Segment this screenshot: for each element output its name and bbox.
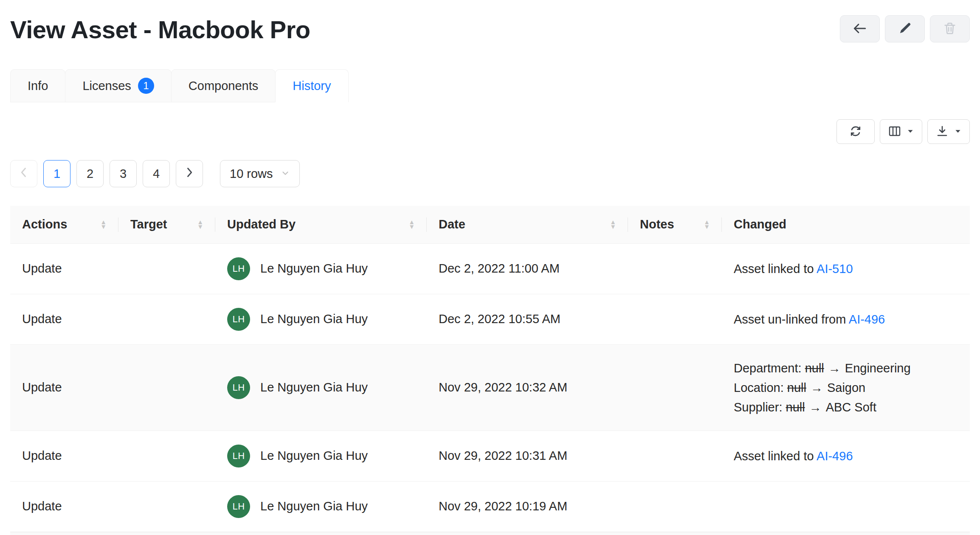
- avatar: LH: [227, 376, 250, 399]
- user-name: Le Nguyen Gia Huy: [260, 312, 368, 326]
- sort-icons[interactable]: ▲▼: [100, 220, 107, 229]
- change-arrow-icon: →: [811, 381, 823, 394]
- column-header-updated-by[interactable]: Updated By ▲▼: [215, 206, 427, 243]
- cell-date: Dec 2, 2022 11:00 AM: [427, 243, 628, 294]
- chevron-left-icon: [20, 167, 28, 181]
- cell-date: Nov 29, 2022 10:19 AM: [427, 481, 628, 532]
- sort-icons[interactable]: ▲▼: [408, 220, 415, 229]
- column-header-label: Changed: [734, 217, 786, 231]
- cell-date: Nov 29, 2022 10:31 AM: [427, 431, 628, 481]
- rows-per-page-value: 10 rows: [230, 167, 273, 181]
- table-toolbar: [10, 119, 970, 144]
- cell-target: [118, 431, 215, 481]
- cell-target: [118, 481, 215, 532]
- table-header-row: Actions ▲▼ Target ▲▼ Updated By ▲▼ Date …: [10, 206, 970, 243]
- column-header-label: Notes: [640, 217, 674, 231]
- table-columns-icon: [888, 124, 901, 139]
- pencil-icon: [898, 21, 912, 37]
- export-button[interactable]: [927, 119, 970, 144]
- pagination: 1 2 3 4 10 rows: [10, 160, 970, 187]
- cell-action: Update: [10, 243, 118, 294]
- avatar: LH: [227, 308, 250, 331]
- cell-action: Update: [10, 431, 118, 481]
- refresh-icon: [849, 124, 862, 139]
- cell-notes: [628, 294, 722, 344]
- cell-date: Nov 29, 2022 10:32 AM: [427, 344, 628, 431]
- history-table-wrap: Actions ▲▼ Target ▲▼ Updated By ▲▼ Date …: [10, 206, 970, 535]
- sort-icons[interactable]: ▲▼: [704, 220, 710, 229]
- sort-icons[interactable]: ▲▼: [610, 220, 616, 229]
- pagination-page-button[interactable]: 1: [43, 160, 70, 187]
- avatar: LH: [227, 445, 250, 467]
- pagination-pages: 1 2 3 4: [43, 160, 170, 187]
- change-arrow-icon: →: [828, 361, 841, 375]
- column-header-label: Actions: [22, 217, 67, 231]
- page-header: View Asset - Macbook Pro: [10, 12, 970, 44]
- pagination-page-button[interactable]: 3: [110, 160, 137, 187]
- tab-label: Info: [28, 79, 48, 93]
- sort-down-icon: ▼: [197, 225, 203, 229]
- tab-label: Components: [189, 79, 258, 93]
- delete-button[interactable]: [930, 15, 970, 42]
- cell-action: Update: [10, 481, 118, 532]
- pagination-page-button[interactable]: 2: [76, 160, 104, 187]
- cell-target: [118, 344, 215, 431]
- tab-history[interactable]: History: [275, 69, 348, 102]
- chevron-right-icon: [186, 167, 193, 181]
- tabs: Info Licenses 1 Components History: [10, 69, 970, 102]
- column-header-date[interactable]: Date ▲▼: [427, 206, 628, 243]
- back-arrow-icon: [852, 20, 868, 38]
- columns-button[interactable]: [880, 119, 922, 144]
- cell-action: Update: [10, 294, 118, 344]
- cell-action: Update: [10, 344, 118, 431]
- column-header-actions[interactable]: Actions ▲▼: [10, 206, 118, 243]
- view-asset-page: View Asset - Macbook Pro Info: [0, 0, 980, 535]
- cell-notes: [628, 243, 722, 294]
- header-actions: [840, 15, 970, 42]
- column-header-notes[interactable]: Notes ▲▼: [628, 206, 722, 243]
- avatar: LH: [227, 495, 250, 518]
- pagination-page-button[interactable]: 4: [143, 160, 170, 187]
- sort-down-icon: ▼: [704, 225, 710, 229]
- cell-updated-by: LH Le Nguyen Gia Huy: [215, 431, 427, 481]
- back-button[interactable]: [840, 15, 880, 42]
- user-name: Le Nguyen Gia Huy: [260, 499, 368, 513]
- column-header-target[interactable]: Target ▲▼: [118, 206, 215, 243]
- select-caret-icon: [281, 167, 290, 181]
- table-row: Update LH Le Nguyen Gia Huy Nov 29, 2022…: [10, 344, 970, 431]
- asset-link[interactable]: AI-510: [817, 262, 853, 276]
- cell-changed: [722, 481, 970, 532]
- cell-changed: Asset linked to AI-496: [722, 431, 970, 481]
- cell-changed: Asset un-linked from AI-496: [722, 294, 970, 344]
- history-table: Actions ▲▼ Target ▲▼ Updated By ▲▼ Date …: [10, 206, 970, 532]
- column-header-label: Date: [439, 217, 465, 231]
- edit-button[interactable]: [885, 15, 925, 42]
- tab-components[interactable]: Components: [171, 69, 276, 102]
- column-header-label: Target: [130, 217, 167, 231]
- pagination-prev-button[interactable]: [10, 160, 37, 187]
- cell-updated-by: LH Le Nguyen Gia Huy: [215, 294, 427, 344]
- next-row-partial: [10, 532, 970, 535]
- pagination-next-button[interactable]: [176, 160, 203, 187]
- rows-per-page-select[interactable]: 10 rows: [220, 160, 300, 187]
- cell-updated-by: LH Le Nguyen Gia Huy: [215, 243, 427, 294]
- cell-changed: Department: null→EngineeringLocation: nu…: [722, 344, 970, 431]
- cell-changed: Asset linked to AI-510: [722, 243, 970, 294]
- tab-info[interactable]: Info: [10, 69, 65, 102]
- sort-icons[interactable]: ▲▼: [197, 220, 203, 229]
- asset-link[interactable]: AI-496: [817, 449, 853, 463]
- page-title: View Asset - Macbook Pro: [10, 15, 310, 44]
- cell-notes: [628, 481, 722, 532]
- user-name: Le Nguyen Gia Huy: [260, 449, 368, 463]
- cell-target: [118, 243, 215, 294]
- cell-notes: [628, 431, 722, 481]
- user-name: Le Nguyen Gia Huy: [260, 262, 368, 276]
- user-name: Le Nguyen Gia Huy: [260, 380, 368, 394]
- table-row: Update LH Le Nguyen Gia Huy Nov 29, 2022…: [10, 481, 970, 532]
- tab-licenses[interactable]: Licenses 1: [65, 69, 171, 102]
- cell-notes: [628, 344, 722, 431]
- sort-down-icon: ▼: [408, 225, 415, 229]
- asset-link[interactable]: AI-496: [849, 313, 885, 326]
- refresh-button[interactable]: [836, 119, 875, 144]
- table-row: Update LH Le Nguyen Gia Huy Dec 2, 2022 …: [10, 243, 970, 294]
